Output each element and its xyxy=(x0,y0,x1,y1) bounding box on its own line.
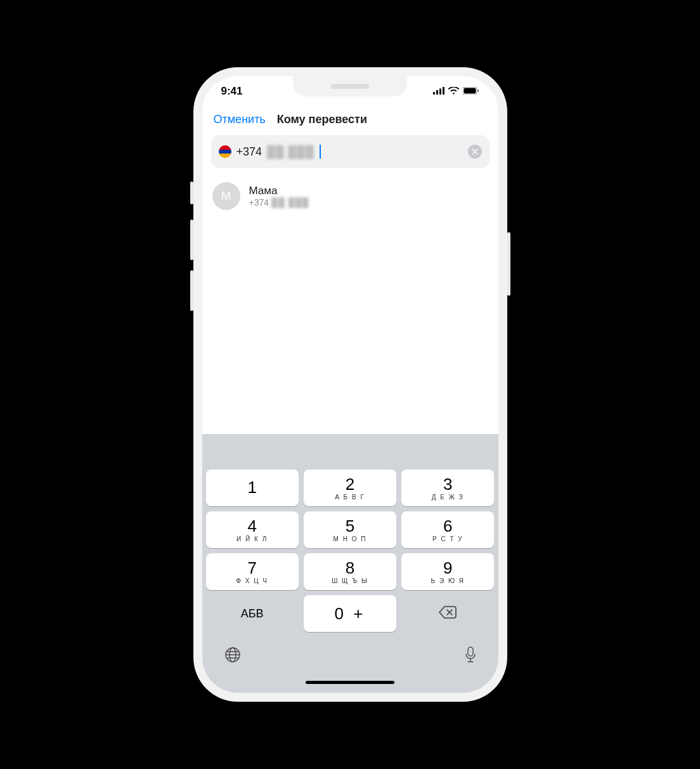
svg-rect-5 xyxy=(463,88,476,94)
backspace-icon xyxy=(439,606,457,621)
svg-rect-1 xyxy=(436,90,438,95)
key-6[interactable]: 6Р С Т У xyxy=(401,511,494,548)
phone-input[interactable]: +374 ██ ███ xyxy=(211,135,489,168)
keyboard: 1 2А Б В Г 3Д Е Ж З 4И Й К Л 5М Н О П 6Р… xyxy=(202,434,498,671)
key-4[interactable]: 4И Й К Л xyxy=(206,511,299,548)
spacer xyxy=(202,219,498,434)
key-5[interactable]: 5М Н О П xyxy=(304,511,396,548)
key-1[interactable]: 1 xyxy=(206,470,299,506)
contact-phone: +374 ██ ███ xyxy=(249,197,309,207)
svg-rect-2 xyxy=(439,89,441,95)
contact-row[interactable]: М Мама +374 ██ ███ xyxy=(212,182,488,210)
phone-frame: 9:41 Отменить Кому перевести +3 xyxy=(193,67,507,702)
key-2[interactable]: 2А Б В Г xyxy=(304,470,396,506)
key-0[interactable]: 0 + xyxy=(304,595,396,632)
globe-icon[interactable] xyxy=(224,646,242,666)
cellular-icon xyxy=(433,85,444,98)
mic-icon[interactable] xyxy=(464,646,477,666)
avatar: М xyxy=(212,182,240,210)
contact-name: Мама xyxy=(249,185,309,197)
keyboard-bottom-row xyxy=(206,637,495,671)
phone-prefix: +374 xyxy=(237,145,262,159)
phone-input-wrap: +374 ██ ███ xyxy=(202,135,498,173)
keyboard-suggestions xyxy=(206,439,495,466)
contact-info: Мама +374 ██ ███ xyxy=(249,185,309,207)
phone-masked-digits: ██ ███ xyxy=(267,145,314,159)
nav-bar: Отменить Кому перевести xyxy=(202,107,498,135)
status-icons xyxy=(433,85,479,98)
volume-up-button xyxy=(190,220,193,260)
key-abc[interactable]: АБВ xyxy=(206,595,299,632)
text-cursor xyxy=(320,145,321,159)
power-button xyxy=(507,232,510,296)
key-8[interactable]: 8Ш Щ Ъ Ы xyxy=(304,553,396,590)
clear-button[interactable] xyxy=(468,145,482,159)
svg-rect-12 xyxy=(468,647,473,656)
suggestion[interactable] xyxy=(206,439,300,466)
key-3[interactable]: 3Д Е Ж З xyxy=(401,470,494,506)
volume-down-button xyxy=(190,270,193,311)
cancel-button[interactable]: Отменить xyxy=(214,113,266,126)
country-flag-icon[interactable] xyxy=(219,145,231,158)
home-indicator[interactable] xyxy=(202,671,498,693)
screen: 9:41 Отменить Кому перевести +3 xyxy=(202,76,498,693)
key-7[interactable]: 7Ф Х Ц Ч xyxy=(206,553,299,590)
suggestion[interactable] xyxy=(303,439,397,466)
status-time: 9:41 xyxy=(221,85,243,98)
wifi-icon xyxy=(448,85,459,98)
svg-rect-3 xyxy=(443,87,444,95)
svg-rect-0 xyxy=(433,92,435,95)
key-9[interactable]: 9Ь Э Ю Я xyxy=(401,553,494,590)
battery-icon xyxy=(463,85,479,98)
keypad: 1 2А Б В Г 3Д Е Ж З 4И Й К Л 5М Н О П 6Р… xyxy=(206,470,495,637)
key-backspace[interactable] xyxy=(401,595,494,632)
suggestion[interactable] xyxy=(401,439,495,466)
notch xyxy=(293,76,407,96)
page-title: Кому перевести xyxy=(277,113,367,126)
side-button xyxy=(190,181,193,204)
contact-list: М Мама +374 ██ ███ xyxy=(202,173,498,219)
svg-rect-6 xyxy=(477,89,479,92)
